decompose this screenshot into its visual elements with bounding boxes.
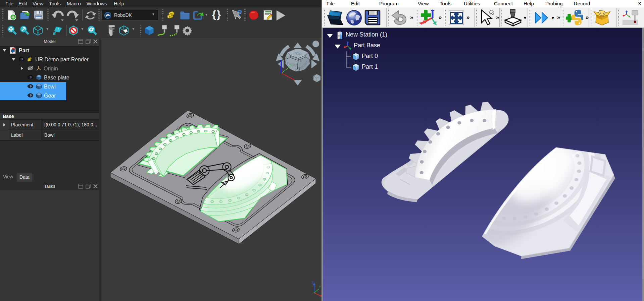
svg-text:Z: Z (311, 281, 313, 285)
svg-text:?: ? (237, 9, 242, 18)
svg-text:Y: Y (319, 285, 321, 289)
